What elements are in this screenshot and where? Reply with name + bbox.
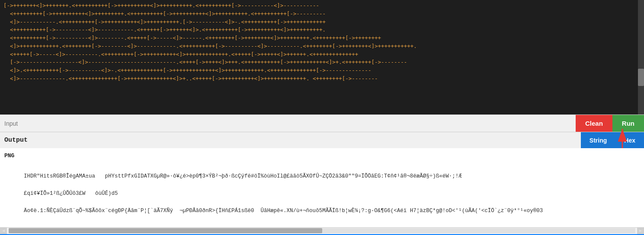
output-area: PNG IHDR"HitsRGB®ÎégAMA±ua pHYsttPfxGIDA…: [0, 148, 644, 227]
scroll-left-button[interactable]: ◀: [0, 227, 7, 234]
code-content: [->+++++++<]>+++++++.<++++++++++[->+++++…: [3, 2, 641, 83]
output-header: Output String Hex: [0, 132, 644, 148]
input-field[interactable]: [0, 120, 576, 127]
scrollbar-track[interactable]: [9, 228, 635, 233]
string-button[interactable]: String: [581, 132, 615, 148]
vertical-scrollbar[interactable]: [638, 0, 644, 114]
output-type-label: PNG: [4, 152, 640, 161]
output-line2: £qï¢¥ÏÕ»1²ß¿ÛÕÛõ3£W ôùÛÉ)d5: [24, 191, 118, 197]
horizontal-scrollbar-bar: ◀ ▶: [0, 227, 644, 234]
output-line1: IHDR"HitsRGB®ÎégAMA±ua pHYsttPfxGIDATXGµ…: [24, 173, 462, 179]
input-row: Clean Run: [0, 114, 644, 132]
output-line3: Äo¢è.1:ÑÈÇáÛdzß¨qÕ~%$Ãôõx¨cégÐP{Äãm¨P¦[`…: [24, 208, 543, 214]
scroll-right-button[interactable]: ▶: [637, 227, 644, 234]
run-button[interactable]: Run: [612, 115, 644, 132]
output-label: Output: [4, 137, 581, 144]
hex-button[interactable]: Hex: [615, 132, 644, 148]
scrollbar-thumb[interactable]: [638, 69, 644, 86]
scrollbar-thumb-h[interactable]: [9, 228, 322, 233]
clean-button[interactable]: Clean: [576, 115, 612, 132]
output-text-content: IHDR"HitsRGB®ÎégAMA±ua pHYsttPfxGIDATXGµ…: [4, 163, 640, 224]
code-display-area: [->+++++++<]>+++++++.<++++++++++[->+++++…: [0, 0, 644, 114]
